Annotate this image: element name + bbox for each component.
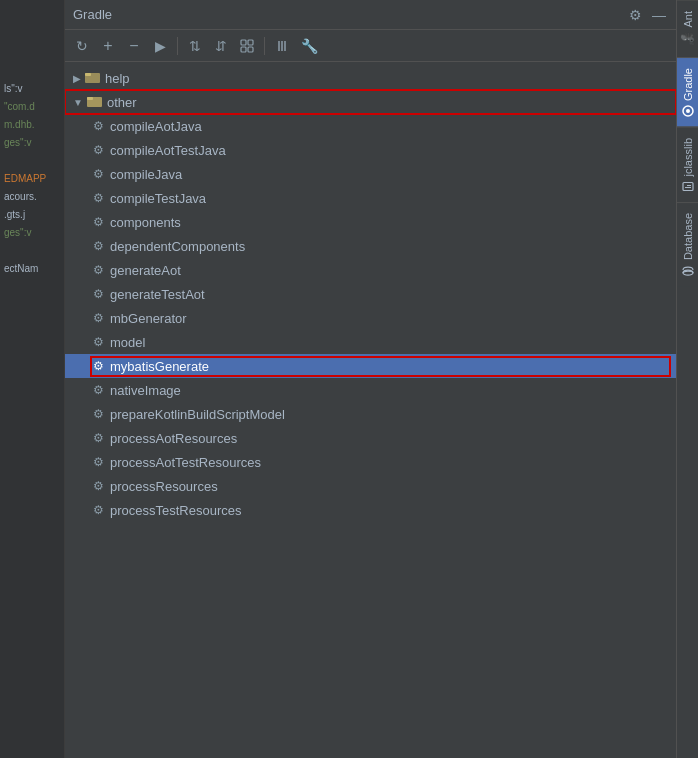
gear-icon-mbGenerator: ⚙ bbox=[93, 311, 104, 325]
compileTestJava-label: compileTestJava bbox=[110, 191, 206, 206]
tree-item-nativeImage[interactable]: ⚙ nativeImage bbox=[65, 378, 676, 402]
compileAotJava-label: compileAotJava bbox=[110, 119, 202, 134]
nativeImage-label: nativeImage bbox=[110, 383, 181, 398]
compileAotTestJava-label: compileAotTestJava bbox=[110, 143, 226, 158]
generateAot-label: generateAot bbox=[110, 263, 181, 278]
gear-icon-prepareKotlin: ⚙ bbox=[93, 407, 104, 421]
refresh-button[interactable]: ↻ bbox=[71, 35, 93, 57]
svg-rect-0 bbox=[241, 40, 246, 45]
processTestResources-label: processTestResources bbox=[110, 503, 242, 518]
gradle-icon bbox=[681, 105, 695, 117]
tree-item-compileAotTestJava[interactable]: ⚙ compileAotTestJava bbox=[65, 138, 676, 162]
mbGenerator-label: mbGenerator bbox=[110, 311, 187, 326]
gear-icon-processTestResources: ⚙ bbox=[93, 503, 104, 517]
gradle-header: Gradle ⚙ — bbox=[65, 0, 676, 30]
gear-icon-generateTestAot: ⚙ bbox=[93, 287, 104, 301]
collapse-all-button[interactable]: ⇵ bbox=[210, 35, 232, 57]
run-button[interactable]: ▶ bbox=[149, 35, 171, 57]
sidebar-tab-ant[interactable]: 🐜 Ant bbox=[677, 0, 699, 57]
gear-icon-model: ⚙ bbox=[93, 335, 104, 349]
svg-rect-10 bbox=[87, 97, 93, 100]
toolbar: ↻ + − ▶ ⇅ ⇵ 🔧 bbox=[65, 30, 676, 62]
gradle-tab-label: Gradle bbox=[682, 68, 694, 101]
gear-icon-generateAot: ⚙ bbox=[93, 263, 104, 277]
gear-icon-compileAotJava: ⚙ bbox=[93, 119, 104, 133]
svg-rect-1 bbox=[248, 40, 253, 45]
processAotResources-label: processAotResources bbox=[110, 431, 237, 446]
generateTestAot-label: generateTestAot bbox=[110, 287, 205, 302]
toolbar-separator-2 bbox=[264, 37, 265, 55]
folder-icon-help bbox=[85, 70, 101, 87]
tree-area: ▶ help ▼ other ⚙ compileAotJav bbox=[65, 62, 676, 758]
tree-item-compileJava[interactable]: ⚙ compileJava bbox=[65, 162, 676, 186]
gear-icon-components: ⚙ bbox=[93, 215, 104, 229]
tree-item-processAotTestResources[interactable]: ⚙ processAotTestResources bbox=[65, 450, 676, 474]
right-sidebar: 🐜 Ant Gradle jclasslib bbox=[676, 0, 698, 758]
sidebar-tab-jclasslib[interactable]: jclasslib bbox=[677, 127, 699, 203]
tree-item-other[interactable]: ▼ other bbox=[65, 90, 676, 114]
svg-point-12 bbox=[686, 109, 690, 113]
database-tab-label: Database bbox=[682, 213, 694, 260]
gear-icon-processResources: ⚙ bbox=[93, 479, 104, 493]
tree-item-model[interactable]: ⚙ model bbox=[65, 330, 676, 354]
gear-icon-compileAotTestJava: ⚙ bbox=[93, 143, 104, 157]
sidebar-tab-database[interactable]: Database bbox=[677, 202, 699, 286]
expand-all-button[interactable]: ⇅ bbox=[184, 35, 206, 57]
gear-icon-mybatisGenerate: ⚙ bbox=[93, 359, 104, 373]
database-icon bbox=[681, 264, 695, 276]
svg-rect-3 bbox=[248, 47, 253, 52]
tree-item-prepareKotlin[interactable]: ⚙ prepareKotlinBuildScriptModel bbox=[65, 402, 676, 426]
link-button[interactable] bbox=[271, 35, 293, 57]
wrench-button[interactable]: 🔧 bbox=[297, 35, 322, 57]
gear-icon-dependentComponents: ⚙ bbox=[93, 239, 104, 253]
dependentComponents-label: dependentComponents bbox=[110, 239, 245, 254]
tree-item-compileAotJava[interactable]: ⚙ compileAotJava bbox=[65, 114, 676, 138]
tree-item-help[interactable]: ▶ help bbox=[65, 66, 676, 90]
gear-icon-processAotTestResources: ⚙ bbox=[93, 455, 104, 469]
gear-icon-compileTestJava: ⚙ bbox=[93, 191, 104, 205]
toolbar-separator-1 bbox=[177, 37, 178, 55]
gear-icon-nativeImage: ⚙ bbox=[93, 383, 104, 397]
svg-rect-2 bbox=[241, 47, 246, 52]
arrow-other: ▼ bbox=[73, 97, 83, 108]
panel-title: Gradle bbox=[73, 7, 112, 22]
settings-icon[interactable]: ⚙ bbox=[627, 5, 644, 25]
sidebar-tab-gradle[interactable]: Gradle bbox=[677, 57, 699, 127]
model-label: model bbox=[110, 335, 145, 350]
tree-item-dependentComponents[interactable]: ⚙ dependentComponents bbox=[65, 234, 676, 258]
gear-icon-processAotResources: ⚙ bbox=[93, 431, 104, 445]
tree-item-mbGenerator[interactable]: ⚙ mbGenerator bbox=[65, 306, 676, 330]
editor-area: ls":v "com.d m.dhb. ges":v EDMAPP acours… bbox=[0, 0, 65, 758]
tree-item-generateTestAot[interactable]: ⚙ generateTestAot bbox=[65, 282, 676, 306]
svg-rect-13 bbox=[683, 182, 693, 190]
jclasslib-tab-label: jclasslib bbox=[682, 138, 694, 177]
other-label: other bbox=[107, 95, 137, 110]
jclasslib-icon bbox=[681, 180, 695, 192]
processAotTestResources-label: processAotTestResources bbox=[110, 455, 261, 470]
compileJava-label: compileJava bbox=[110, 167, 182, 182]
minimize-icon[interactable]: — bbox=[650, 5, 668, 25]
remove-button[interactable]: − bbox=[123, 35, 145, 57]
tree-item-processResources[interactable]: ⚙ processResources bbox=[65, 474, 676, 498]
tree-item-compileTestJava[interactable]: ⚙ compileTestJava bbox=[65, 186, 676, 210]
tree-item-generateAot[interactable]: ⚙ generateAot bbox=[65, 258, 676, 282]
arrow-help: ▶ bbox=[73, 73, 81, 84]
gear-icon-compileJava: ⚙ bbox=[93, 167, 104, 181]
components-label: components bbox=[110, 215, 181, 230]
processResources-label: processResources bbox=[110, 479, 218, 494]
group-button[interactable] bbox=[236, 35, 258, 57]
gradle-panel: Gradle ⚙ — ↻ + − ▶ ⇅ ⇵ bbox=[65, 0, 676, 758]
tree-item-processTestResources[interactable]: ⚙ processTestResources bbox=[65, 498, 676, 522]
help-label: help bbox=[105, 71, 130, 86]
prepareKotlin-label: prepareKotlinBuildScriptModel bbox=[110, 407, 285, 422]
mybatisGenerate-label: mybatisGenerate bbox=[110, 359, 209, 374]
header-icons: ⚙ — bbox=[627, 5, 668, 25]
tree-item-processAotResources[interactable]: ⚙ processAotResources bbox=[65, 426, 676, 450]
tree-item-components[interactable]: ⚙ components bbox=[65, 210, 676, 234]
editor-text: ls":v "com.d m.dhb. ges":v EDMAPP acours… bbox=[4, 80, 46, 278]
add-button[interactable]: + bbox=[97, 35, 119, 57]
svg-rect-8 bbox=[85, 73, 91, 76]
tree-item-mybatisGenerate[interactable]: ⚙ mybatisGenerate bbox=[65, 354, 676, 378]
folder-icon-other bbox=[87, 94, 103, 111]
ant-tab-label: Ant bbox=[682, 11, 694, 28]
